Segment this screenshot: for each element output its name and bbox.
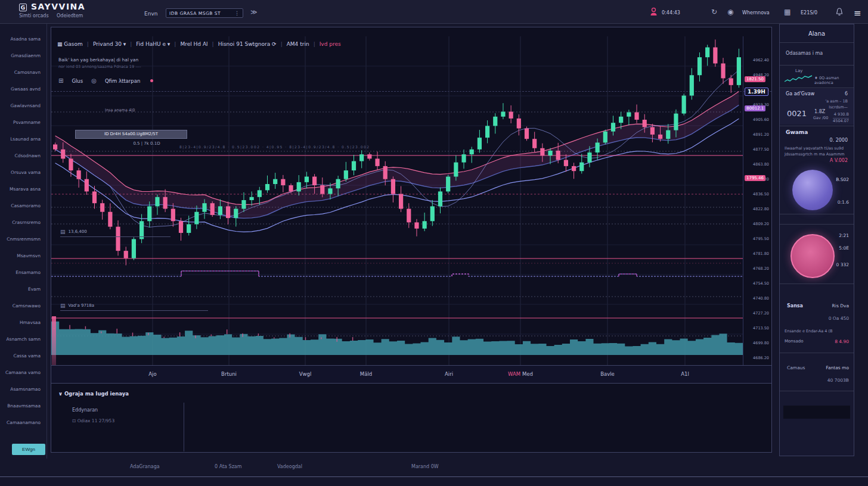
search-label: Envn xyxy=(144,11,157,17)
control-1[interactable]: Glus xyxy=(72,78,83,84)
username: Whernnova xyxy=(742,10,770,15)
watchlist-item[interactable]: Msavmsvn xyxy=(0,248,45,264)
watchlist-item[interactable]: Orsuva vama xyxy=(0,164,45,181)
watchlist-item[interactable]: Asamsnamao xyxy=(0,381,45,398)
gauge2-value-1: 2:21 xyxy=(839,233,849,238)
watchlist-item[interactable]: Evam xyxy=(0,281,45,298)
stat-value-4: 8 4.90 xyxy=(835,339,849,344)
price-tick: 4863.80 xyxy=(753,162,769,167)
price-tick: 4713.50 xyxy=(753,326,769,331)
watchlist-item[interactable]: Psvamname xyxy=(0,114,45,131)
expand-icon[interactable]: ≫ xyxy=(250,8,258,16)
nav-link-1[interactable]: Simti orcads xyxy=(19,13,49,18)
watchlist-item[interactable]: Msarava asna xyxy=(0,181,45,198)
time-axis-label: Bavle xyxy=(590,371,625,377)
bottom-panel-title[interactable]: ∨ Ograja ma Iugd ienaya xyxy=(58,391,129,397)
price-tick: 4905.60 xyxy=(753,117,769,122)
time-axis[interactable]: AjoBrtuniVwglMäldAiriWAM MedBavleA1l xyxy=(51,365,771,384)
circle-icon[interactable]: ◎ xyxy=(91,77,97,84)
watchlist-item[interactable]: Asadna sama xyxy=(0,31,45,48)
sparkline-caption: ♦ 0Q-asman avadenca xyxy=(814,76,851,85)
watchlist-item[interactable]: Asnamch samn xyxy=(0,331,45,348)
target-icon[interactable]: ◉ xyxy=(727,8,733,16)
price-axis[interactable]: 4962.404948.204934.054919.304905.604891.… xyxy=(743,36,771,366)
tab-divider: | xyxy=(87,41,89,47)
gwama-title: Gwama xyxy=(786,129,808,135)
watchlist-item[interactable]: Camaana vamo xyxy=(0,364,45,381)
toolbar-tab[interactable]: Ivd pres xyxy=(320,41,341,47)
toolbar-tab[interactable]: ▦ Gasom xyxy=(57,41,83,47)
watchlist-item[interactable]: Camsnwawo xyxy=(0,298,45,314)
gauge-purple xyxy=(792,170,833,210)
price-tick: 4727.20 xyxy=(753,311,769,316)
watchlist-item[interactable]: Casamoramo xyxy=(0,198,45,214)
time-axis-label: Airi xyxy=(431,371,467,377)
tab-divider: | xyxy=(281,41,283,47)
price-chart[interactable]: 8|23-4|0.9/23/4.8 · 0.5|23.002 · 4|0.95 … xyxy=(51,36,743,366)
watchlist-item[interactable]: Camosnavn xyxy=(0,64,45,81)
indicator-icon: ▤ xyxy=(60,229,66,235)
bottom-panel-column-sub: ⊡ Odiax 11 27/953 xyxy=(72,418,114,423)
price-tick: 4809.20 xyxy=(753,222,769,226)
toolbar-tab[interactable]: Hisnoi 91 Swtgnora ⟳ xyxy=(218,41,277,47)
control-2[interactable]: Qfim λttarpan xyxy=(105,78,140,84)
order-value-1: Fantas mo xyxy=(826,365,849,370)
stat-row-3: Ensande e Endar-Aa 4 (B xyxy=(785,329,832,334)
refresh-icon[interactable]: ↻ xyxy=(711,8,717,16)
grid-view-icon[interactable]: ⊞ xyxy=(58,77,63,84)
overview-big-value: 0021 xyxy=(787,109,807,118)
price-tick: 4754.50 xyxy=(753,281,769,286)
apps-grid-icon[interactable]: ▦ xyxy=(784,8,790,16)
watchlist-item[interactable]: Cdsodnawn xyxy=(0,148,45,164)
toolbar-tab[interactable]: Fid HaHU e ▾ xyxy=(136,41,170,47)
overview-row1: 'a asm – 1B xyxy=(825,99,848,104)
watchlist-item[interactable]: Ensamamo xyxy=(0,264,45,281)
watchlist-item[interactable]: Lsaunad arna xyxy=(0,131,45,148)
watchlist-item[interactable]: Crasrnsremo xyxy=(0,214,45,231)
chart-note-line1: Baik' kan yag berkahaya| di hal yan xyxy=(58,57,138,63)
toolbar-tab[interactable]: Privand 30 ▾ xyxy=(93,41,126,47)
watchlist-item[interactable]: Cassa vama xyxy=(0,348,45,364)
gauge1-value-2: 0:1.6 xyxy=(838,200,849,205)
toolbar-tab[interactable]: Mrel Hd Al xyxy=(180,41,207,47)
bell-icon[interactable] xyxy=(836,8,843,16)
order-label-1: Camaus xyxy=(787,365,805,370)
time-axis-label: A1l xyxy=(667,371,703,377)
gwama-desc-2: Jdssamssgrtch m ma Asammm xyxy=(785,152,845,157)
watchlist-item[interactable]: Hmavsaa xyxy=(0,314,45,331)
document-icon: ⊡ xyxy=(72,418,76,423)
nav-link-2[interactable]: Odeiedtem xyxy=(57,13,83,18)
search-input[interactable]: IDB GRASA MSGB ST ⋮ xyxy=(166,8,243,18)
app-logo: SAYVVINA xyxy=(31,2,85,11)
user-icon[interactable] xyxy=(650,7,658,16)
chevron-down-icon[interactable]: ∨ xyxy=(58,391,63,397)
indicator-legend-box[interactable]: ID Dr4H S4a00.UgBM2/5T xyxy=(75,130,187,139)
watchlist-item[interactable]: Gawlavnsand xyxy=(0,98,45,114)
overview-mid-value: 1.8Z xyxy=(814,109,825,114)
more-icon[interactable]: ⋮ xyxy=(234,10,240,16)
time-axis-label: Vwgl xyxy=(287,371,323,377)
footer-item[interactable]: Vadeogdal xyxy=(277,464,302,469)
toolbar-tab[interactable]: AM4 trin xyxy=(287,41,309,47)
overview-badge: 6 xyxy=(845,91,848,96)
gauge2-value-2: 5:0E xyxy=(839,245,849,251)
footer-item[interactable]: AdaGranaga xyxy=(130,464,160,469)
watchlist-item[interactable]: Gmasdiaenm xyxy=(0,48,45,64)
watchlist-action-button[interactable]: EWgn xyxy=(12,444,45,455)
price-tick: 4699.80 xyxy=(753,341,769,345)
indicator-label-1[interactable]: ▤ 13,6,400 xyxy=(60,229,170,237)
indicator-label-2[interactable]: ▤ Vad'a 9718a xyxy=(60,303,208,311)
watchlist-item[interactable]: Cnmsrenmsmn xyxy=(0,231,45,248)
watchlist-item[interactable]: Gwsaas avnd xyxy=(0,81,45,98)
menu-icon[interactable]: ≡ xyxy=(854,8,861,18)
footer-item[interactable]: 0 Ata Szam xyxy=(215,464,242,469)
gauge1-value-1: B.S02 xyxy=(836,177,849,182)
watchlist-item[interactable]: Camaanamano xyxy=(0,415,45,431)
sidebar-title: Alana xyxy=(780,30,854,37)
gauge-pink xyxy=(790,234,835,278)
footer-item[interactable]: Marand 0W xyxy=(411,464,439,469)
time-axis-label: Mäld xyxy=(348,371,384,377)
watchlist-item[interactable]: Bnaavmsamaa xyxy=(0,398,45,415)
top-header: G SAYVVINA Simti orcads Odeiedtem Envn I… xyxy=(0,0,868,24)
chart-note-line2: nor iend 03 annong/saazma Pdnaca 19 ---- xyxy=(58,64,141,69)
